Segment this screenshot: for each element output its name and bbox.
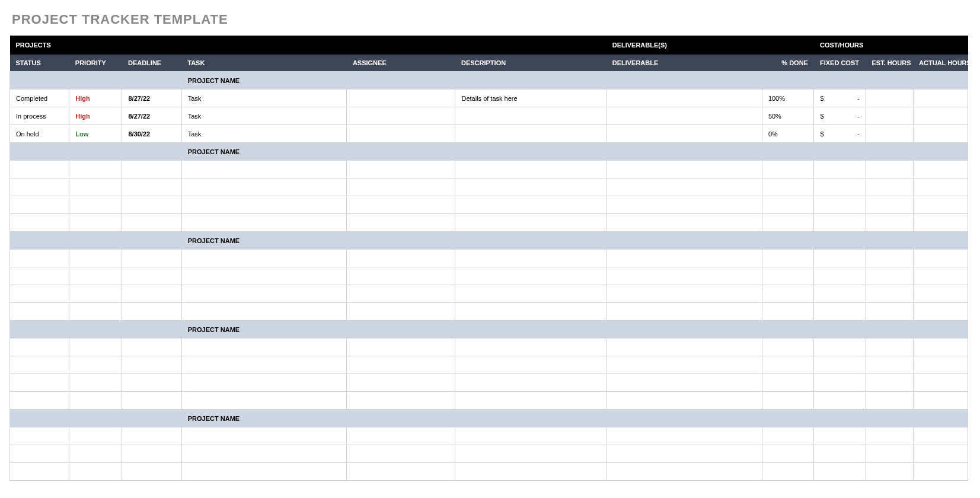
cell-task[interactable] — [181, 161, 347, 178]
cell-pctdone[interactable]: 100% — [762, 90, 814, 107]
cell-esthours[interactable] — [866, 392, 914, 410]
cell-status[interactable] — [10, 303, 69, 321]
cell-description[interactable] — [455, 250, 606, 267]
cell-assignee[interactable] — [347, 125, 455, 143]
cell-description[interactable] — [455, 267, 606, 285]
cell-pctdone[interactable] — [762, 356, 814, 374]
cell-esthours[interactable] — [866, 356, 914, 374]
cell-fixedcost[interactable]: $- — [814, 90, 866, 107]
cell-status[interactable]: In process — [10, 107, 69, 125]
cell-deliverable[interactable] — [606, 463, 762, 481]
cell-deadline[interactable]: 8/27/22 — [122, 107, 181, 125]
cell-pctdone[interactable] — [762, 178, 814, 196]
cell-description[interactable] — [455, 374, 606, 392]
cell-assignee[interactable] — [347, 339, 455, 356]
cell-status[interactable] — [10, 356, 69, 374]
cell-actualhours[interactable] — [913, 161, 968, 178]
cell-priority[interactable] — [69, 374, 122, 392]
cell-pctdone[interactable] — [762, 463, 814, 481]
cell-deliverable[interactable] — [606, 267, 762, 285]
cell-deadline[interactable]: 8/30/22 — [122, 125, 181, 143]
cell-task[interactable] — [181, 250, 347, 267]
cell-status[interactable] — [10, 196, 69, 214]
cell-status[interactable] — [10, 250, 69, 267]
cell-pctdone[interactable] — [762, 392, 814, 410]
cell-fixedcost[interactable] — [814, 196, 866, 214]
cell-status[interactable] — [10, 214, 69, 232]
cell-priority[interactable] — [69, 303, 122, 321]
cell-fixedcost[interactable] — [814, 285, 866, 303]
cell-status[interactable] — [10, 267, 69, 285]
cell-description[interactable] — [455, 303, 606, 321]
cell-assignee[interactable] — [347, 90, 455, 107]
cell-deliverable[interactable] — [606, 250, 762, 267]
cell-deadline[interactable] — [122, 267, 181, 285]
cell-esthours[interactable] — [866, 214, 914, 232]
cell-fixedcost[interactable] — [814, 178, 866, 196]
cell-esthours[interactable] — [866, 463, 914, 481]
cell-esthours[interactable] — [866, 90, 914, 107]
cell-fixedcost[interactable] — [814, 392, 866, 410]
cell-status[interactable] — [10, 427, 69, 445]
cell-assignee[interactable] — [347, 214, 455, 232]
cell-actualhours[interactable] — [913, 374, 968, 392]
cell-task[interactable] — [181, 267, 347, 285]
cell-deliverable[interactable] — [606, 125, 762, 143]
cell-actualhours[interactable] — [913, 445, 968, 463]
cell-actualhours[interactable] — [913, 196, 968, 214]
cell-assignee[interactable] — [347, 161, 455, 178]
cell-deadline[interactable] — [122, 427, 181, 445]
cell-esthours[interactable] — [866, 267, 914, 285]
cell-assignee[interactable] — [347, 427, 455, 445]
cell-deadline[interactable] — [122, 214, 181, 232]
cell-task[interactable] — [181, 356, 347, 374]
cell-priority[interactable] — [69, 445, 122, 463]
cell-description[interactable] — [455, 356, 606, 374]
cell-description[interactable] — [455, 392, 606, 410]
cell-description[interactable] — [455, 161, 606, 178]
cell-task[interactable] — [181, 178, 347, 196]
cell-deliverable[interactable] — [606, 214, 762, 232]
cell-pctdone[interactable] — [762, 250, 814, 267]
cell-deadline[interactable] — [122, 445, 181, 463]
cell-deliverable[interactable] — [606, 303, 762, 321]
cell-esthours[interactable] — [866, 125, 914, 143]
cell-fixedcost[interactable]: $- — [814, 125, 866, 143]
cell-actualhours[interactable] — [913, 125, 968, 143]
cell-pctdone[interactable] — [762, 374, 814, 392]
cell-esthours[interactable] — [866, 427, 914, 445]
cell-priority[interactable] — [69, 356, 122, 374]
cell-esthours[interactable] — [866, 196, 914, 214]
cell-assignee[interactable] — [347, 107, 455, 125]
cell-priority[interactable] — [69, 214, 122, 232]
cell-task[interactable]: Task — [181, 90, 347, 107]
cell-fixedcost[interactable] — [814, 374, 866, 392]
cell-task[interactable] — [181, 196, 347, 214]
cell-deadline[interactable] — [122, 285, 181, 303]
cell-pctdone[interactable]: 50% — [762, 107, 814, 125]
cell-status[interactable] — [10, 463, 69, 481]
cell-deliverable[interactable] — [606, 374, 762, 392]
cell-priority[interactable] — [69, 196, 122, 214]
cell-pctdone[interactable] — [762, 445, 814, 463]
cell-description[interactable] — [455, 196, 606, 214]
cell-pctdone[interactable] — [762, 427, 814, 445]
cell-actualhours[interactable] — [913, 178, 968, 196]
cell-actualhours[interactable] — [913, 427, 968, 445]
cell-deliverable[interactable] — [606, 178, 762, 196]
cell-task[interactable] — [181, 303, 347, 321]
cell-status[interactable] — [10, 392, 69, 410]
cell-assignee[interactable] — [347, 178, 455, 196]
cell-task[interactable] — [181, 374, 347, 392]
cell-task[interactable] — [181, 392, 347, 410]
cell-task[interactable] — [181, 339, 347, 356]
cell-fixedcost[interactable] — [814, 303, 866, 321]
cell-deadline[interactable] — [122, 303, 181, 321]
cell-assignee[interactable] — [347, 392, 455, 410]
cell-status[interactable]: Completed — [10, 90, 69, 107]
cell-esthours[interactable] — [866, 250, 914, 267]
cell-deadline[interactable] — [122, 250, 181, 267]
cell-assignee[interactable] — [347, 374, 455, 392]
cell-assignee[interactable] — [347, 250, 455, 267]
cell-fixedcost[interactable] — [814, 267, 866, 285]
